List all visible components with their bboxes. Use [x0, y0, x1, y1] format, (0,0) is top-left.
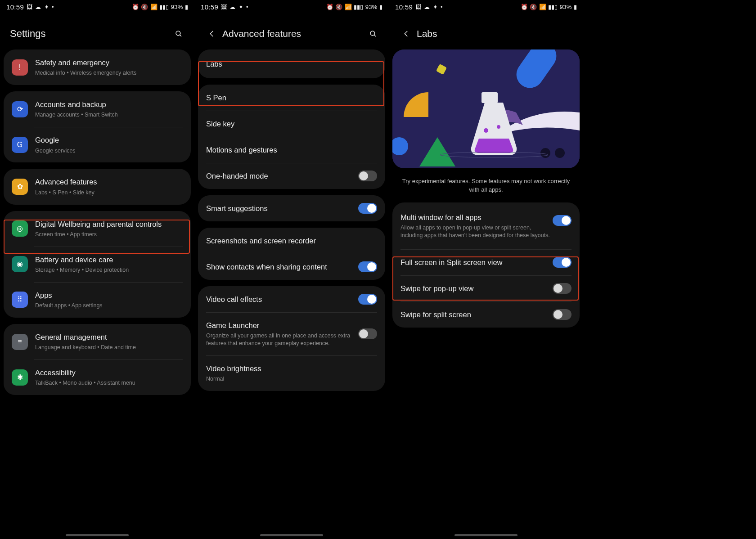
group-advanced: ✿ Advanced features Labs • S Pen • Side … [4, 169, 191, 204]
header-settings: Settings [0, 13, 194, 49]
cloud-icon: ☁ [35, 4, 41, 10]
page-title: Labs [417, 28, 575, 39]
status-time: 10:59 [395, 3, 413, 11]
battery-text: 93% [560, 4, 572, 10]
nav-pill[interactable] [454, 534, 518, 536]
group-sharing: Screenshots and screen recorder Show con… [198, 228, 385, 280]
search-icon[interactable] [171, 26, 186, 41]
status-bar: 10:59 🖼 ☁ ✦ • ⏰ 🔇 📶 ▮▮▯ 93% ▮ [389, 0, 583, 13]
item-full-screen-split[interactable]: Full screen in Split screen view [392, 249, 580, 275]
phone-labs: 10:59 🖼 ☁ ✦ • ⏰ 🔇 📶 ▮▮▯ 93% ▮ Labs [389, 0, 583, 539]
cloud-icon: ☁ [424, 4, 430, 10]
item-swipe-popup[interactable]: Swipe for pop-up view [392, 275, 580, 301]
header-advanced: Advanced features [194, 13, 389, 49]
phone-advanced-features: 10:59 🖼 ☁ ✦ • ⏰ 🔇 📶 ▮▮▯ 93% ▮ Advanced f… [194, 0, 389, 539]
svg-point-0 [176, 31, 180, 36]
nav-pill[interactable] [260, 534, 323, 536]
item-onehanded[interactable]: One-handed mode [198, 163, 385, 189]
svg-line-1 [180, 35, 181, 36]
group-accounts-google: ⟳ Accounts and backup Manage accounts • … [4, 91, 191, 162]
group-labs-options: Multi window for all apps Allow all apps… [392, 202, 580, 328]
item-wellbeing[interactable]: ◎ Digital Wellbeing and parental control… [4, 211, 191, 247]
item-sidekey[interactable]: Side key [198, 111, 385, 137]
accessibility-icon: ✱ [17, 374, 23, 381]
item-title: Safety and emergency [35, 58, 183, 67]
group-labs: Labs [198, 49, 385, 78]
toggle-onehanded[interactable] [358, 171, 377, 181]
svg-point-2 [370, 31, 375, 36]
item-google[interactable]: G Google Google services [4, 127, 191, 162]
battery-icon: ▮ [379, 4, 382, 10]
item-general-management[interactable]: ≡ General management Language and keyboa… [4, 324, 191, 359]
item-swipe-split[interactable]: Swipe for split screen [392, 301, 580, 328]
battery-icon: ▮ [185, 4, 188, 10]
back-button[interactable] [204, 26, 220, 41]
signal-icon: ▮▮▯ [159, 4, 169, 10]
wifi-icon: 📶 [150, 4, 158, 10]
alarm-icon: ⏰ [521, 4, 528, 10]
toggle-game-launcher[interactable] [358, 328, 377, 339]
item-accounts[interactable]: ⟳ Accounts and backup Manage accounts • … [4, 91, 191, 127]
back-button[interactable] [399, 26, 414, 41]
item-game-launcher[interactable]: Game Launcher Organize all your games al… [198, 312, 385, 355]
warning-icon: ! [19, 64, 21, 71]
svg-point-11 [484, 128, 488, 133]
status-bar: 10:59 🖼 ☁ ✦ • ⏰ 🔇 📶 ▮▮▯ 93% ▮ [0, 0, 194, 13]
group-input: S Pen Side key Motions and gestures One-… [198, 85, 385, 189]
item-battery-care[interactable]: ◉ Battery and device care Storage • Memo… [4, 247, 191, 282]
fitbit-icon: ✦ [238, 4, 243, 10]
group-care: ◎ Digital Wellbeing and parental control… [4, 211, 191, 318]
svg-rect-10 [482, 92, 498, 103]
page-title: Advanced features [222, 28, 365, 39]
fitbit-icon: ✦ [44, 4, 49, 10]
item-screenshots[interactable]: Screenshots and screen recorder [198, 228, 385, 254]
toggle-share-contacts[interactable] [358, 261, 377, 272]
svg-point-12 [497, 125, 500, 129]
item-smart-suggestions[interactable]: Smart suggestions [198, 195, 385, 221]
nav-pill[interactable] [66, 534, 129, 536]
group-general: ≡ General management Language and keyboa… [4, 324, 191, 395]
item-video-brightness[interactable]: Video brightness Normal [198, 355, 385, 391]
battery-icon: ▮ [574, 4, 577, 10]
mute-icon: 🔇 [141, 4, 148, 10]
item-accessibility[interactable]: ✱ Accessibility TalkBack • Mono audio • … [4, 359, 191, 395]
more-icon: • [441, 4, 443, 10]
item-apps[interactable]: ⠿ Apps Default apps • App settings [4, 282, 191, 318]
toggle-video-call-effects[interactable] [358, 294, 377, 305]
labs-note: Try experimental features. Some features… [389, 175, 583, 202]
item-multi-window[interactable]: Multi window for all apps Allow all apps… [392, 202, 580, 249]
gallery-icon: 🖼 [27, 4, 32, 10]
svg-point-8 [540, 148, 550, 158]
item-safety[interactable]: ! Safety and emergency Medical info • Wi… [4, 49, 191, 85]
device-icon: ◉ [17, 261, 23, 268]
item-share-contacts[interactable]: Show contacts when sharing content [198, 254, 385, 280]
toggle-full-screen-split[interactable] [553, 257, 572, 268]
page-title: Settings [10, 28, 171, 40]
item-labs[interactable]: Labs [198, 49, 385, 78]
svg-line-3 [374, 35, 376, 36]
item-video-call-effects[interactable]: Video call effects [198, 286, 385, 312]
heart-icon: ◎ [17, 225, 23, 232]
fitbit-icon: ✦ [433, 4, 438, 10]
wifi-icon: 📶 [539, 4, 546, 10]
search-icon[interactable] [365, 26, 381, 41]
item-advanced-features[interactable]: ✿ Advanced features Labs • S Pen • Side … [4, 169, 191, 204]
signal-icon: ▮▮▯ [548, 4, 558, 10]
group-smart: Smart suggestions [198, 195, 385, 221]
svg-point-9 [555, 148, 565, 158]
toggle-swipe-popup[interactable] [553, 283, 572, 294]
item-motions[interactable]: Motions and gestures [198, 137, 385, 163]
toggle-swipe-split[interactable] [553, 309, 572, 320]
google-icon: G [17, 141, 22, 148]
status-time: 10:59 [6, 3, 24, 11]
gallery-icon: 🖼 [415, 4, 421, 10]
mute-icon: 🔇 [530, 4, 537, 10]
toggle-smart-suggestions[interactable] [358, 203, 377, 214]
wifi-icon: 📶 [345, 4, 352, 10]
item-spen[interactable]: S Pen [198, 85, 385, 111]
sync-icon: ⟳ [17, 106, 23, 113]
alarm-icon: ⏰ [326, 4, 333, 10]
mute-icon: 🔇 [335, 4, 342, 10]
toggle-multi-window[interactable] [553, 215, 572, 226]
status-time: 10:59 [201, 3, 218, 11]
